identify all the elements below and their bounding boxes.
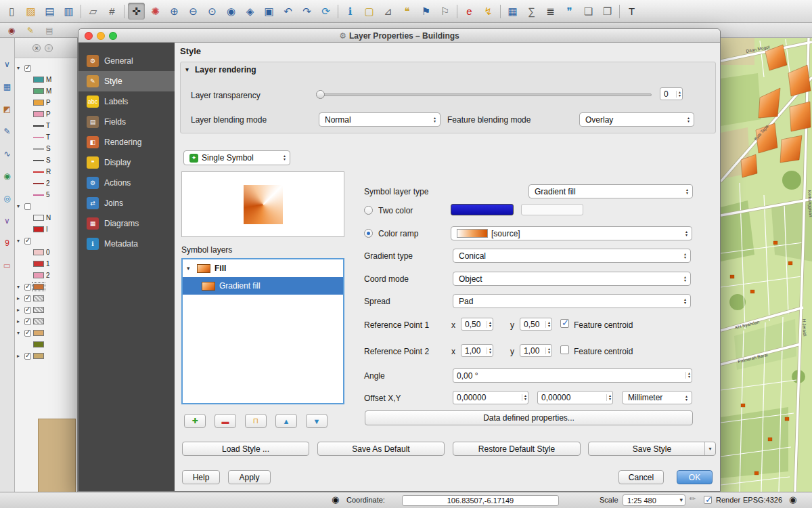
collapse-arrow-icon[interactable]: ▾ — [185, 66, 189, 73]
save-project-icon[interactable]: ▤ — [41, 3, 58, 20]
help-button[interactable]: Help — [182, 470, 220, 484]
layer-checkbox[interactable] — [24, 307, 31, 314]
layer-list-icon[interactable]: ≣ — [542, 3, 559, 20]
feature-blending-select[interactable]: Overlay — [579, 112, 694, 127]
measure-icon[interactable]: ⊿ — [380, 3, 397, 20]
expand-arrow-icon[interactable]: ▾ — [17, 238, 22, 244]
sidebar-item-diagrams[interactable]: ▦ Diagrams — [78, 213, 175, 234]
two-color-radio[interactable] — [364, 206, 373, 215]
layer-checkbox[interactable] — [24, 330, 31, 337]
save-as-default-button[interactable]: Save As Default — [317, 442, 445, 456]
panel-close-icon[interactable]: ✕ — [32, 44, 41, 52]
move-down-button[interactable]: ▼ — [306, 414, 328, 428]
current-edits-icon[interactable]: ◉ — [5, 24, 18, 37]
rectangle-tool-icon[interactable]: ▭ — [1, 259, 14, 272]
sidebar-item-joins[interactable]: ⇄ Joins — [78, 193, 175, 213]
toolbar-separator[interactable] — [338, 5, 338, 18]
layer-checkbox[interactable] — [24, 353, 31, 360]
advanced-digitize-icon[interactable]: ∨ — [1, 58, 14, 70]
ref2-x-spinbox[interactable]: 1,00 — [461, 344, 493, 357]
web-plugin-icon[interactable]: e — [461, 3, 478, 20]
render-checkbox[interactable] — [704, 496, 712, 504]
new-composer-icon[interactable]: ▱ — [85, 3, 102, 20]
toolbar-separator[interactable] — [500, 5, 501, 18]
open-project-icon[interactable]: ▨ — [22, 3, 39, 20]
expand-arrow-icon[interactable]: ▸ — [17, 295, 22, 301]
ref2-y-spinbox[interactable]: 1,00 — [520, 344, 552, 357]
restore-default-style-button[interactable]: Restore Default Style — [453, 442, 581, 456]
offset-y-spinbox[interactable]: 0,00000 — [537, 391, 613, 404]
ref2-feature-centroid-checkbox[interactable] — [560, 345, 569, 354]
coordinate-capture-icon[interactable]: ◉ — [332, 494, 339, 505]
sidebar-item-actions[interactable]: ⚙ Actions — [78, 173, 175, 193]
sidebar-item-fields[interactable]: ▤ Fields — [78, 112, 175, 132]
marker-9-icon[interactable]: 9 — [1, 237, 14, 249]
composer-manager-icon[interactable]: # — [104, 3, 120, 20]
vertex-tool-icon[interactable]: ∨ — [1, 215, 14, 227]
web-globe-icon[interactable]: ◎ — [1, 192, 14, 205]
sidebar-item-metadata[interactable]: ℹ Metadata — [78, 234, 175, 254]
ref1-x-spinbox[interactable]: 0,50 — [461, 318, 493, 331]
renderer-select[interactable]: ✦ Single Symbol — [183, 150, 290, 165]
ref1-feature-centroid-checkbox[interactable] — [560, 319, 569, 328]
zoom-last-icon[interactable]: ↶ — [279, 3, 296, 20]
scale-edit-icon[interactable]: ✏ — [690, 494, 696, 503]
expand-arrow-icon[interactable]: ▾ — [17, 330, 22, 336]
grid-tool-icon[interactable]: ▦ — [1, 81, 14, 93]
expand-arrow-icon[interactable]: ▸ — [17, 318, 22, 324]
apply-button[interactable]: Apply — [228, 470, 271, 484]
toolbar-separator[interactable] — [457, 5, 457, 18]
move-up-button[interactable]: ▲ — [275, 414, 297, 428]
dialog-titlebar[interactable]: ⚙Layer Properties – Buildings — [78, 29, 720, 43]
globe-tool-icon[interactable]: ◉ — [1, 170, 14, 182]
offset-x-spinbox[interactable]: 0,00000 — [453, 391, 528, 404]
scale-select[interactable]: 1:25 480 — [623, 494, 685, 506]
ref1-y-spinbox[interactable]: 0,50 — [520, 318, 552, 331]
refresh-icon[interactable]: ⟳ — [317, 3, 334, 20]
layer-checkbox[interactable] — [24, 318, 31, 325]
zoom-to-selection-icon[interactable]: ◈ — [242, 3, 258, 20]
toolbar-separator[interactable] — [124, 5, 125, 18]
text-label-icon[interactable]: T — [623, 3, 640, 20]
coord-mode-select[interactable]: Object — [453, 272, 691, 286]
add-symbol-layer-button[interactable]: ✚ — [184, 414, 206, 428]
zoom-full-icon[interactable]: ◉ — [223, 3, 240, 20]
pan-to-selection-icon[interactable]: ✺ — [147, 3, 164, 20]
zoom-out-icon[interactable]: ⊖ — [185, 3, 202, 20]
toolbar-separator[interactable] — [81, 5, 81, 18]
save-style-button[interactable]: Save Style▾ — [588, 442, 716, 456]
remove-symbol-layer-button[interactable]: ▬ — [215, 414, 236, 428]
disclosure-icon[interactable]: ▾ — [187, 265, 193, 272]
sidebar-item-general[interactable]: ⚙ General — [78, 51, 175, 71]
lightning-icon[interactable]: ↯ — [480, 3, 497, 20]
sidebar-item-style[interactable]: ✎ Style — [78, 71, 175, 91]
sidebar-item-labels[interactable]: abc Labels — [78, 91, 175, 112]
zoom-native-icon[interactable]: ⊙ — [204, 3, 221, 20]
ok-button[interactable]: OK — [677, 470, 713, 484]
layer-checkbox[interactable] — [24, 284, 31, 291]
coordinate-input[interactable] — [402, 495, 559, 506]
spread-select[interactable]: Pad — [453, 294, 691, 308]
color-ramp-radio[interactable] — [364, 229, 373, 238]
toggle-editing-icon[interactable]: ✎ — [24, 24, 37, 37]
data-defined-properties-button[interactable]: Data defined properties... — [365, 410, 693, 425]
field-calculator-icon[interactable]: ∑ — [523, 3, 540, 20]
transparency-slider[interactable] — [319, 93, 652, 96]
color-ramp-select[interactable]: [source] — [451, 226, 692, 240]
layer-blending-select[interactable]: Normal — [319, 112, 441, 127]
layer-checkbox[interactable] — [24, 295, 31, 302]
pan-map-icon[interactable]: ✜ — [128, 3, 145, 20]
polygon-tool-icon[interactable]: ◩ — [1, 103, 14, 115]
new-project-icon[interactable]: ▯ — [3, 3, 20, 20]
layer-checkbox[interactable] — [24, 65, 31, 72]
save-style-dropdown-icon[interactable]: ▾ — [704, 442, 715, 455]
toolbar-separator[interactable] — [619, 5, 620, 18]
zoom-next-icon[interactable]: ↷ — [298, 3, 315, 20]
sidebar-item-display[interactable]: ❝ Display — [78, 152, 175, 173]
copy-style-icon[interactable]: ❏ — [580, 3, 597, 20]
transparency-value-spinbox[interactable]: 0 — [660, 87, 683, 100]
offset-unit-select[interactable]: Millimeter — [622, 391, 692, 404]
lock-color-button[interactable]: ⊓ — [245, 414, 267, 428]
cancel-button[interactable]: Cancel — [618, 470, 664, 484]
expand-arrow-icon[interactable]: ▾ — [17, 284, 22, 290]
